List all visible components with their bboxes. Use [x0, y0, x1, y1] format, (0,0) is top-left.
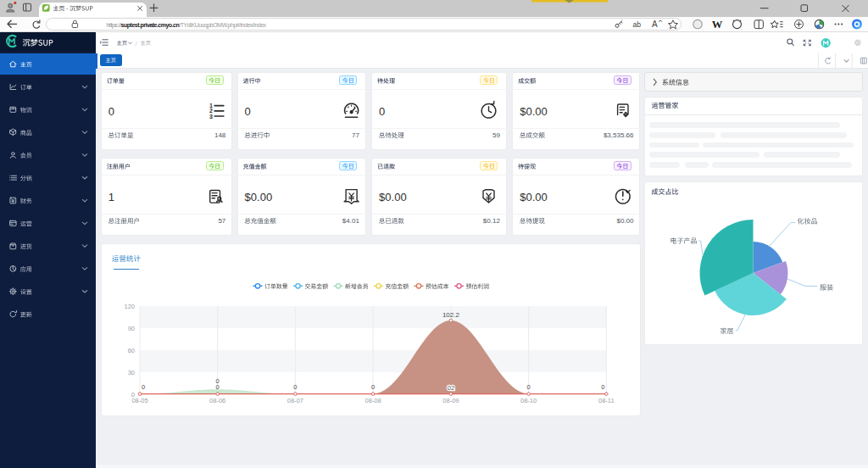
svg-text:0: 0	[216, 377, 220, 385]
svg-text:0: 0	[371, 383, 375, 391]
svg-text:0: 0	[527, 383, 531, 391]
svg-text:3: 3	[209, 114, 213, 120]
svg-text:08-10: 08-10	[520, 397, 537, 404]
svg-text:08-05: 08-05	[131, 397, 147, 404]
svg-text:08-06: 08-06	[209, 397, 225, 404]
svg-text:30: 30	[128, 369, 135, 376]
svg-text:120: 120	[124, 303, 135, 310]
svg-text:0: 0	[293, 383, 297, 391]
svg-text:08-07: 08-07	[287, 397, 303, 404]
svg-text:90: 90	[128, 325, 135, 332]
svg-text:0: 0	[601, 383, 604, 391]
svg-text:102.2: 102.2	[442, 311, 460, 319]
svg-text:60: 60	[128, 347, 135, 354]
svg-text:0: 0	[142, 383, 145, 391]
svg-text:08-11: 08-11	[598, 397, 615, 404]
svg-text:08-09: 08-09	[442, 397, 459, 404]
svg-text:02: 02	[448, 384, 454, 392]
svg-text:08-08: 08-08	[365, 397, 381, 404]
